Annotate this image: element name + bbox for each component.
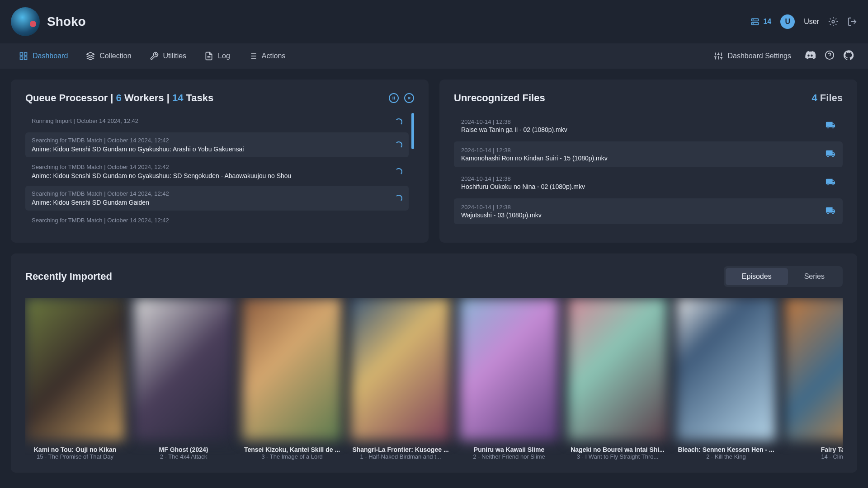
episode-card[interactable]: Fairy Tail 14 - Cling! — [785, 298, 843, 460]
nav-left: Dashboard Collection Utilities Log Actio… — [11, 47, 293, 65]
file-date: 2024-10-14 | 12:38 — [461, 147, 608, 154]
episode-card[interactable]: Nageki no Bourei wa Intai Shi... 3 - I W… — [568, 298, 667, 460]
tab-series[interactable]: Series — [788, 268, 841, 285]
svg-rect-7 — [20, 57, 23, 60]
file-info: 2024-10-14 | 12:38 Kamonohashi Ron no Ki… — [461, 147, 608, 162]
user-name[interactable]: User — [804, 18, 819, 26]
file-name: Wajutsushi - 03 (1080p).mkv — [461, 211, 542, 219]
card-title: Nageki no Bourei wa Intai Shi... — [568, 446, 667, 453]
svg-rect-6 — [24, 53, 27, 56]
server-icon — [750, 17, 760, 26]
task-meta: Searching for TMDB Match | October 14 20… — [32, 137, 402, 144]
file-item: 2024-10-14 | 12:38 Hoshifuru Oukoku no N… — [454, 170, 843, 196]
unrecognized-title: Unrecognized Files — [454, 92, 545, 104]
svg-rect-5 — [20, 53, 23, 56]
tab-episodes[interactable]: Episodes — [726, 268, 788, 285]
svg-point-4 — [832, 20, 835, 23]
header-left: Shoko — [11, 7, 86, 36]
main-content: Queue Processor | 6 Workers | 14 Tasks R… — [0, 69, 868, 483]
github-link[interactable] — [840, 47, 857, 66]
card-subtitle: 3 - The Image of a Lord — [242, 453, 342, 460]
pause-queue-button[interactable] — [389, 93, 399, 103]
unrecognized-header: Unrecognized Files 4 Files — [454, 92, 843, 104]
rescan-file-button[interactable] — [826, 149, 835, 160]
truck-icon — [826, 206, 835, 216]
card-thumbnail — [134, 298, 233, 441]
rescan-file-button[interactable] — [826, 177, 835, 189]
episode-card[interactable]: Puniru wa Kawaii Slime 2 - Neither Frien… — [459, 298, 559, 460]
unrecognized-panel: Unrecognized Files 4 Files 2024-10-14 | … — [439, 80, 857, 243]
episode-card[interactable]: MF Ghost (2024) 2 - The 4x4 Attack — [134, 298, 233, 460]
svg-point-3 — [753, 23, 754, 24]
file-info: 2024-10-14 | 12:38 Wajutsushi - 03 (1080… — [461, 204, 542, 219]
tasks-label: Tasks — [183, 92, 213, 103]
task-list[interactable]: Running Import | October 14 2024, 12:42 … — [25, 113, 414, 230]
queue-count: 14 — [763, 18, 771, 26]
nav-collection[interactable]: Collection — [78, 47, 139, 65]
queue-indicator[interactable]: 14 — [750, 17, 771, 26]
logout-icon — [847, 17, 857, 27]
nav-right: Dashboard Settings — [706, 46, 857, 66]
discord-icon — [805, 50, 816, 61]
recent-panel: Recently Imported Episodes Series Kami n… — [11, 253, 857, 473]
nav-label: Dashboard Settings — [727, 52, 791, 60]
settings-button[interactable] — [828, 17, 838, 27]
card-subtitle: 2 - The 4x4 Attack — [134, 453, 233, 460]
close-icon — [407, 96, 411, 100]
tab-switch: Episodes Series — [724, 266, 843, 287]
episode-card[interactable]: Kami no Tou: Ouji no Kikan 15 - The Prom… — [25, 298, 125, 460]
file-text-icon — [204, 52, 213, 61]
recent-header: Recently Imported Episodes Series — [25, 266, 843, 287]
nav-actions[interactable]: Actions — [240, 47, 293, 65]
help-icon — [825, 50, 835, 60]
scrollbar-thumb[interactable] — [411, 113, 414, 149]
tools-icon — [150, 52, 159, 61]
card-thumbnail — [242, 298, 342, 441]
tasks-count: 14 — [172, 92, 183, 103]
svg-marker-9 — [87, 52, 94, 56]
file-item: 2024-10-14 | 12:38 Kamonohashi Ron no Ki… — [454, 141, 843, 167]
truck-icon — [826, 149, 835, 159]
card-thumbnail — [676, 298, 776, 441]
help-link[interactable] — [821, 47, 838, 66]
spinner-icon — [395, 141, 402, 149]
file-name: Kamonohashi Ron no Kindan Suiri - 15 (10… — [461, 155, 608, 162]
nav-dashboard-settings[interactable]: Dashboard Settings — [706, 47, 799, 65]
card-title: Shangri-La Frontier: Kusogee ... — [351, 446, 450, 453]
nav-log[interactable]: Log — [196, 47, 238, 65]
file-info: 2024-10-14 | 12:38 Raise wa Tanin ga Ii … — [461, 118, 567, 133]
file-list: 2024-10-14 | 12:38 Raise wa Tanin ga Ii … — [454, 113, 843, 224]
task-item: Searching for TMDB Match | October 14 20… — [25, 132, 409, 157]
nav-label: Log — [218, 52, 230, 60]
task-meta: Searching for TMDB Match | October 14 20… — [32, 217, 402, 224]
dashboard-icon — [19, 52, 28, 61]
queue-title: Queue Processor | 6 Workers | 14 Tasks — [25, 92, 213, 104]
discord-link[interactable] — [801, 46, 819, 66]
episode-card[interactable]: Tensei Kizoku, Kantei Skill de ... 3 - T… — [242, 298, 342, 460]
queue-controls — [389, 93, 414, 103]
card-title: Bleach: Sennen Kessen Hen - ... — [676, 446, 776, 453]
card-subtitle: 15 - The Promise of That Day — [25, 453, 125, 460]
workers-count: 6 — [116, 92, 122, 103]
nav-dashboard[interactable]: Dashboard — [11, 47, 76, 65]
top-row: Queue Processor | 6 Workers | 14 Tasks R… — [11, 80, 857, 243]
avatar[interactable]: U — [780, 14, 795, 29]
logout-button[interactable] — [847, 17, 857, 27]
file-item: 2024-10-14 | 12:38 Raise wa Tanin ga Ii … — [454, 113, 843, 139]
cards-row[interactable]: Kami no Tou: Ouji no Kikan 15 - The Prom… — [25, 298, 843, 460]
main-nav: Dashboard Collection Utilities Log Actio… — [0, 43, 868, 69]
sliders-icon — [714, 52, 723, 61]
task-meta: Searching for TMDB Match | October 14 20… — [32, 164, 402, 170]
clear-queue-button[interactable] — [404, 93, 414, 103]
task-item: Running Import | October 14 2024, 12:42 — [25, 113, 409, 131]
nav-label: Actions — [262, 52, 285, 60]
rescan-file-button[interactable] — [826, 120, 835, 132]
file-date: 2024-10-14 | 12:38 — [461, 118, 567, 125]
rescan-file-button[interactable] — [826, 206, 835, 217]
task-meta: Searching for TMDB Match | October 14 20… — [32, 190, 402, 197]
task-detail: Anime: Kidou Senshi SD Gundam no Gyakush… — [32, 172, 402, 179]
episode-card[interactable]: Shangri-La Frontier: Kusogee ... 1 - Hal… — [351, 298, 450, 460]
episode-card[interactable]: Bleach: Sennen Kessen Hen - ... 2 - Kill… — [676, 298, 776, 460]
spinner-icon — [395, 168, 402, 175]
nav-utilities[interactable]: Utilities — [142, 47, 195, 65]
